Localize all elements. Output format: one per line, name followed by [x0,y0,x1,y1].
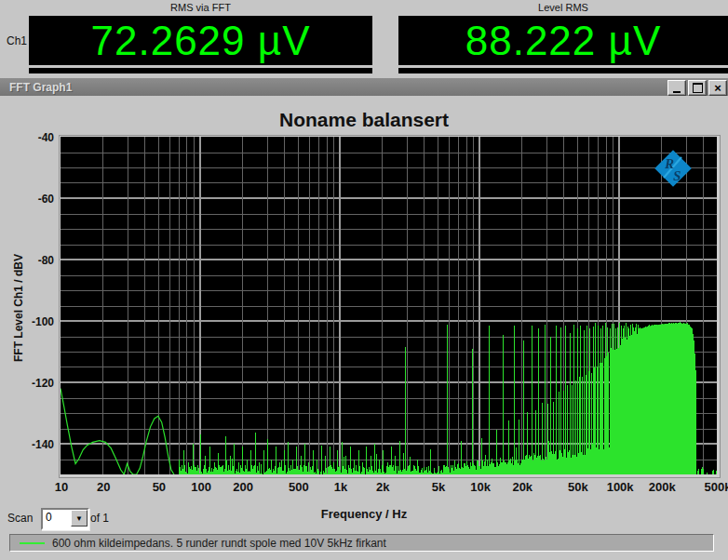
window-title: FFT Graph1 [0,81,72,94]
x-tick-label: 5k [432,480,445,494]
y-tick-label: -60 [0,193,54,206]
window-titlebar[interactable]: FFT Graph1 [0,78,728,96]
y-tick-label: -80 [0,254,54,267]
minimize-icon [673,91,681,93]
meter-value-left: 72.2629 µV [91,18,311,64]
rohde-schwarz-logo-icon: R S [650,145,696,192]
maximize-button[interactable] [688,80,707,96]
plot-frame [59,135,721,478]
x-tick-label: 2k [376,480,389,494]
x-tick-label: 10k [470,480,491,494]
fft-plot[interactable] [61,137,717,474]
x-tick-label: 50 [153,480,166,494]
x-tick-label: 20k [512,480,533,494]
meter-subbar-right [398,68,728,73]
maximize-icon [693,83,703,93]
meter-left-title: RMS via FFT [29,2,372,13]
x-tick-label: 20 [97,480,110,494]
meter-display-rms-fft: 72.2629 µV [29,16,372,65]
legend-trace-line [20,542,45,544]
legend-label: 600 ohm kildeimpedans. 5 runder rundt sp… [52,537,386,550]
meter-display-level-rms: 88.222 µV [398,16,728,65]
x-tick-label: 1k [334,480,347,494]
meter-value-right: 88.222 µV [465,18,662,64]
x-tick-label: 200 [233,480,253,494]
close-icon: × [714,82,721,94]
meter-right-title: Level RMS [398,2,728,13]
y-tick-label: -140 [0,438,54,451]
y-tick-label: -120 [0,377,54,390]
channel-label: Ch1 [7,34,27,47]
x-axis-label: Frequency / Hz [0,507,728,521]
minimize-button[interactable] [667,80,686,96]
close-button[interactable]: × [708,80,727,96]
chart-title: Noname balansert [0,109,728,131]
x-tick-label: 500 [289,480,309,494]
meter-subbar-left [29,68,372,73]
x-tick-label: 10 [55,480,68,494]
x-tick-label: 50k [568,480,588,494]
y-tick-label: -40 [0,131,54,144]
x-tick-label: 100 [191,480,211,494]
x-tick-label: 100k [607,480,634,494]
y-tick-label: -100 [0,315,54,328]
x-tick-label: 200k [649,480,676,494]
legend-strip: 600 ohm kildeimpedans. 5 runder rundt sp… [9,534,714,552]
svg-text:S: S [673,168,681,183]
x-tick-label: 500k [705,480,728,494]
app-screen: RMS via FFT Level RMS Ch1 72.2629 µV 88.… [0,0,728,560]
